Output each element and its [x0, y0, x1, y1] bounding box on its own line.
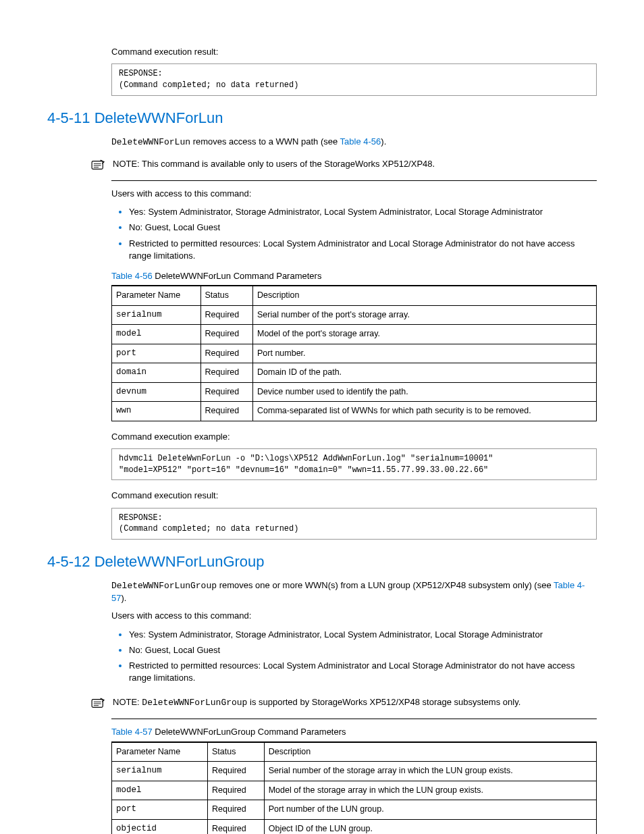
users-label: Users with access to this command: — [111, 188, 597, 200]
code-block: hdvmcli DeleteWwnForLun -o "D:\logs\XP51… — [111, 448, 597, 481]
section-heading-4-5-11: 4-5-11 DeleteWWNForLun — [47, 108, 597, 129]
col-header: Parameter Name — [112, 742, 208, 762]
intro-paragraph: DeleteWWNForLunGroup removes one or more… — [111, 579, 597, 604]
exec-result-label: Command execution result: — [111, 490, 597, 502]
table-row: portRequiredPort number of the LUN group… — [112, 800, 597, 820]
list-item: No: Guest, Local Guest — [129, 221, 597, 234]
table-caption: Table 4-57 DeleteWWNForLunGroup Command … — [111, 726, 597, 738]
col-header: Description — [252, 286, 596, 305]
col-header: Parameter Name — [112, 286, 201, 305]
table-row: wwnRequiredComma-separated list of WWNs … — [112, 402, 597, 421]
parameters-table-57: Parameter Name Status Description serial… — [111, 741, 597, 834]
code-block: RESPONSE: (Command completed; no data re… — [111, 63, 597, 96]
table-number-link[interactable]: Table 4-56 — [111, 271, 153, 281]
divider — [111, 180, 597, 181]
table-row: modelRequiredModel of the port's storage… — [112, 325, 597, 344]
col-header: Status — [208, 742, 265, 762]
col-header: Status — [200, 286, 252, 305]
parameters-table-56: Parameter Name Status Description serial… — [111, 285, 597, 421]
intro-text: removes access to a WWN path (see — [190, 136, 340, 147]
intro-text: removes one or more WWN(s) from a LUN gr… — [217, 580, 554, 590]
note-icon — [91, 159, 106, 175]
table-row: serialnumRequiredSerial number of the st… — [112, 762, 597, 781]
list-item: Restricted to permitted resources: Local… — [129, 237, 597, 262]
command-name: DeleteWWNForLun — [111, 137, 190, 147]
table-link[interactable]: Table 4-56 — [340, 136, 381, 147]
exec-result-label: Command execution result: — [111, 46, 597, 58]
list-item: Yes: System Administrator, Storage Admin… — [129, 205, 597, 218]
table-caption-text: DeleteWWNForLun Command Parameters — [153, 271, 322, 281]
table-row: modelRequiredModel of the storage array … — [112, 781, 597, 800]
table-number-link[interactable]: Table 4-57 — [111, 727, 153, 737]
table-row: domainRequiredDomain ID of the path. — [112, 363, 597, 383]
note-text: NOTE: DeleteWWNForLunGroup is supported … — [113, 696, 597, 709]
table-row: devnumRequiredDevice number used to iden… — [112, 382, 597, 402]
code-block: RESPONSE: (Command completed; no data re… — [111, 508, 597, 540]
table-caption: Table 4-56 DeleteWWNForLun Command Param… — [111, 270, 597, 282]
divider — [111, 719, 597, 719]
intro-end: ). — [381, 136, 386, 147]
note-text: NOTE: This command is available only to … — [113, 158, 597, 170]
access-list: Yes: System Administrator, Storage Admin… — [111, 205, 597, 262]
section-heading-4-5-12: 4-5-12 DeleteWWNForLunGroup — [47, 552, 597, 573]
list-item: Restricted to permitted resources: Local… — [129, 659, 597, 684]
users-label: Users with access to this command: — [111, 610, 597, 622]
table-caption-text: DeleteWWNForLunGroup Command Parameters — [153, 727, 346, 737]
command-name: DeleteWWNForLunGroup — [111, 581, 217, 591]
exec-example-label: Command execution example: — [111, 431, 597, 443]
col-header: Description — [264, 742, 596, 762]
table-row: serialnumRequiredSerial number of the po… — [112, 305, 597, 325]
list-item: Yes: System Administrator, Storage Admin… — [129, 628, 597, 641]
intro-paragraph: DeleteWWNForLun removes access to a WWN … — [111, 136, 597, 149]
access-list: Yes: System Administrator, Storage Admin… — [111, 628, 597, 685]
intro-end: ). — [121, 593, 126, 603]
table-row: objectidRequiredObject ID of the LUN gro… — [112, 819, 597, 834]
svg-rect-0 — [92, 161, 103, 169]
list-item: No: Guest, Local Guest — [129, 644, 597, 656]
note-icon — [91, 698, 106, 713]
table-row: portRequiredPort number. — [112, 344, 597, 363]
